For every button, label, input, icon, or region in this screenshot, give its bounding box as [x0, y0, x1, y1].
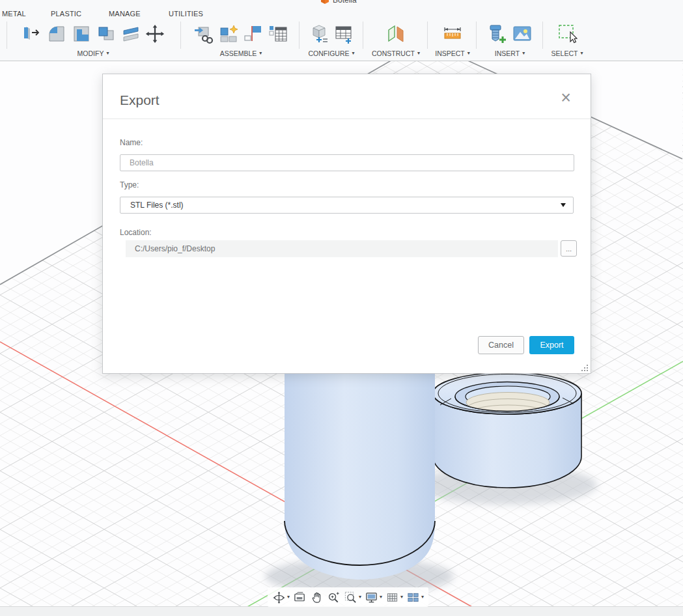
group-construct: CONSTRUCT ▾: [364, 18, 428, 60]
top-toolbar: Botella METAL PLASTIC MANAGE UTILITIES: [0, 0, 683, 61]
insert-image-icon: [511, 23, 533, 45]
select-menu[interactable]: SELECT ▾: [551, 49, 583, 60]
insert-fastener-icon: [486, 23, 509, 45]
zoom-window-button[interactable]: ▾: [342, 589, 363, 606]
chevron-down-icon: ▾: [580, 51, 583, 56]
split-body-tool[interactable]: [120, 23, 142, 45]
chevron-down-icon: ▾: [287, 595, 290, 600]
insert-fastener-tool[interactable]: [486, 23, 509, 45]
type-select[interactable]: STL Files (*.stl): [120, 197, 574, 214]
group-label: INSERT: [495, 49, 520, 57]
shell-icon: [70, 23, 92, 45]
bottle-model[interactable]: [285, 373, 435, 580]
measure-tool[interactable]: [441, 23, 464, 45]
configure-menu[interactable]: CONFIGURE ▾: [308, 49, 354, 60]
assemble-menu[interactable]: ASSEMBLE ▾: [220, 49, 262, 60]
tab-plastic[interactable]: PLASTIC: [51, 10, 81, 18]
toolbar-separator: [542, 21, 543, 49]
name-label: Name:: [120, 138, 143, 147]
new-component-tool[interactable]: [193, 23, 215, 45]
press-pull-icon: [21, 23, 43, 45]
close-icon[interactable]: ×: [557, 89, 575, 107]
shell-tool[interactable]: [70, 23, 92, 45]
group-select: SELECT ▾: [544, 18, 591, 60]
chevron-down-icon: ▾: [352, 51, 354, 56]
group-label: INSPECT: [435, 49, 465, 57]
fillet-icon: [46, 23, 68, 45]
configuration-table-icon: [333, 23, 355, 45]
construct-menu[interactable]: CONSTRUCT ▾: [372, 49, 420, 60]
dialog-divider: [103, 119, 591, 119]
chevron-down-icon: ▾: [359, 595, 361, 600]
viewports-icon: [406, 591, 420, 604]
bom-table-tool[interactable]: [267, 23, 289, 45]
grid-and-snaps-button[interactable]: ▾: [384, 589, 404, 606]
measure-icon: [441, 23, 464, 45]
tab-manage[interactable]: MANAGE: [109, 10, 141, 18]
group-label: ASSEMBLE: [220, 49, 257, 57]
group-assemble: ASSEMBLE ▾: [184, 18, 298, 60]
export-button[interactable]: Export: [529, 336, 574, 354]
viewports-button[interactable]: ▾: [405, 589, 425, 606]
type-select-value: STL Files (*.stl): [130, 201, 184, 210]
joint-origin-tool[interactable]: [242, 23, 264, 45]
fillet-tool[interactable]: [46, 23, 68, 45]
toolbar-separator: [7, 21, 7, 49]
display-settings-button[interactable]: ▾: [363, 589, 383, 606]
chevron-down-icon: ▾: [400, 595, 403, 600]
name-input[interactable]: [120, 154, 574, 171]
inspect-menu[interactable]: INSPECT ▾: [435, 49, 470, 60]
configuration-icon: [308, 23, 330, 45]
joint-origin-icon: [242, 23, 264, 45]
orbit-icon: [272, 591, 286, 604]
group-insert: INSERT ▾: [477, 18, 542, 60]
type-label: Type:: [120, 180, 139, 189]
status-strip: [0, 606, 683, 616]
insert-image-tool[interactable]: [511, 23, 533, 45]
configuration-table-tool[interactable]: [333, 23, 355, 45]
look-at-button[interactable]: [292, 589, 308, 606]
group-label: CONFIGURE: [308, 49, 349, 57]
combine-tool[interactable]: [95, 23, 117, 45]
pan-button[interactable]: [309, 589, 325, 606]
split-body-icon: [120, 23, 142, 45]
construct-plane-tool[interactable]: [385, 23, 407, 45]
chevron-down-icon: ▾: [106, 51, 109, 56]
bom-table-icon: [267, 23, 289, 45]
zoom-button[interactable]: [326, 589, 342, 606]
toolbar-separator: [363, 21, 363, 49]
chevron-down-icon: ▾: [259, 51, 262, 56]
look-at-icon: [293, 591, 307, 604]
fusion-window: ▾: [0, 0, 683, 616]
orbit-button[interactable]: ▾: [271, 589, 291, 606]
insert-menu[interactable]: INSERT ▾: [495, 49, 525, 60]
chevron-down-icon: ▾: [522, 51, 525, 56]
configuration-tool[interactable]: [308, 23, 330, 45]
press-pull-tool[interactable]: [21, 23, 43, 45]
cancel-button[interactable]: Cancel: [478, 336, 524, 354]
group-inspect: INSPECT ▾: [428, 18, 477, 60]
select-window-tool[interactable]: [556, 23, 578, 45]
tab-utilities[interactable]: UTILITIES: [169, 10, 203, 18]
combine-icon: [95, 23, 117, 45]
tab-metal[interactable]: METAL: [2, 10, 26, 18]
resize-grip-icon[interactable]: [581, 365, 589, 372]
joint-tool[interactable]: [217, 23, 240, 45]
document-tab[interactable]: Botella: [320, 0, 357, 5]
joint-icon: [217, 23, 240, 45]
browse-button[interactable]: ...: [561, 240, 577, 257]
new-component-icon: [193, 23, 215, 45]
cap-model[interactable]: [433, 372, 581, 488]
toolbar-separator: [299, 21, 300, 49]
chevron-down-icon: ▾: [417, 51, 420, 56]
modify-menu[interactable]: MODIFY ▾: [77, 49, 109, 60]
group-label: MODIFY: [77, 49, 104, 57]
group-configure: CONFIGURE ▾: [300, 18, 363, 60]
zoom-window-icon: [344, 591, 357, 604]
toolbar-separator: [180, 21, 181, 49]
export-dialog: Export × Name: Type: STL Files (*.stl) L…: [102, 74, 591, 374]
group-label: SELECT: [551, 49, 578, 57]
display-settings-icon: [365, 591, 378, 604]
pan-hand-icon: [310, 591, 324, 604]
move-copy-tool[interactable]: [145, 23, 165, 45]
